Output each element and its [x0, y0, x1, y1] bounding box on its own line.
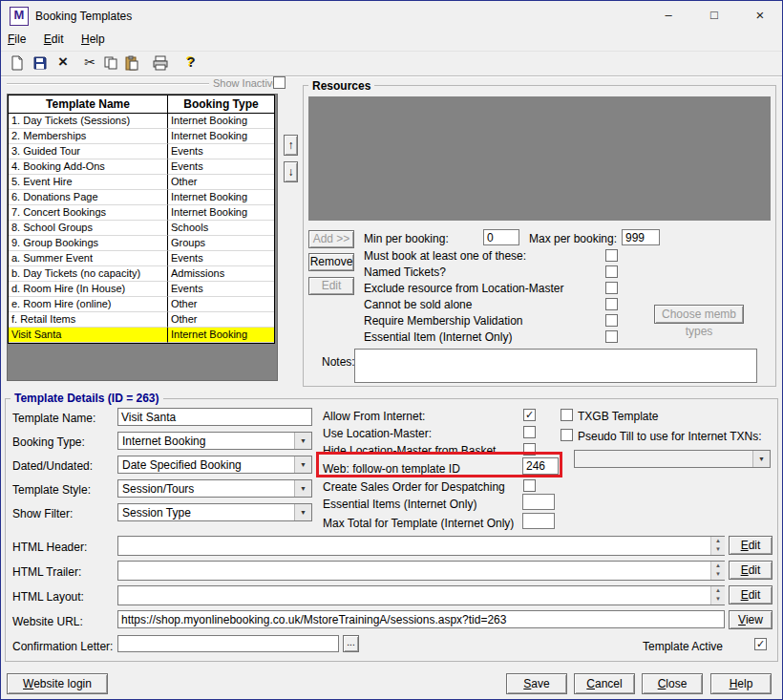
notes-input[interactable]	[354, 349, 757, 383]
template-table-row[interactable]: e. Room Hire (online)Other	[9, 297, 274, 312]
booking-type-select[interactable]: Internet Booking ▼	[117, 432, 312, 450]
resources-list[interactable]	[308, 96, 771, 221]
chevron-down-icon[interactable]: ▼	[294, 433, 311, 449]
cut-button[interactable]: ✂	[79, 53, 100, 73]
delete-button[interactable]: ×	[53, 53, 74, 73]
scroll-down-icon: ▼	[711, 570, 725, 579]
template-table-row[interactable]: 3. Guided TourEvents	[9, 144, 274, 159]
template-table-row[interactable]: a. Summer EventEvents	[9, 251, 274, 266]
show-inactive-divider	[7, 83, 209, 85]
template-active-checkbox[interactable]: ✓	[754, 638, 767, 650]
must-book-checkbox[interactable]	[605, 249, 618, 262]
max-per-booking-input[interactable]: 999	[622, 229, 660, 245]
pseudo-till-select[interactable]: ▼	[574, 450, 771, 468]
website-url-input[interactable]: https://shop.myonlinebooking.co.uk/Mstor…	[117, 610, 725, 628]
template-table-row[interactable]: 4. Booking Add-OnsEvents	[9, 159, 274, 175]
close-footer-button[interactable]: Close	[642, 673, 703, 694]
named-tickets-checkbox[interactable]	[605, 265, 618, 278]
template-name-cell: 6. Donations Page	[9, 190, 168, 205]
confirmation-letter-browse-button[interactable]: ...	[343, 635, 359, 652]
chevron-down-icon[interactable]: ▼	[294, 480, 311, 497]
toolbar-divider	[1, 75, 783, 77]
use-location-master-checkbox[interactable]	[523, 426, 536, 438]
template-table-row[interactable]: 6. Donations PageInternet Booking	[9, 190, 274, 205]
max-total-input[interactable]	[522, 513, 555, 529]
template-table-row[interactable]: b. Day Tickets (no capacity)Admissions	[9, 266, 274, 282]
html-trailer-edit-button[interactable]: Edit	[729, 561, 772, 580]
pseudo-till-label: Pseudo Till to use for Internet TXNs:	[578, 430, 762, 443]
txgb-template-label: TXGB Template	[578, 410, 658, 423]
template-table-row[interactable]: 1. Day Tickets (Sessions)Internet Bookin…	[9, 114, 274, 129]
template-name-input[interactable]: Visit Santa	[117, 408, 312, 426]
allow-from-internet-checkbox[interactable]: ✓	[523, 409, 536, 421]
menu-file[interactable]: File	[1, 30, 32, 49]
add-resource-button[interactable]: Add >>	[308, 230, 354, 248]
save-footer-button[interactable]: Save	[506, 673, 567, 694]
chevron-down-icon[interactable]: ▼	[294, 456, 311, 473]
web-followon-template-input[interactable]: 246	[522, 457, 559, 475]
close-button[interactable]: ×	[738, 1, 782, 30]
template-table-row[interactable]: 9. Group BookingsGroups	[9, 236, 274, 251]
html-layout-scrollbar[interactable]: ▲ ▼	[710, 586, 725, 605]
pseudo-till-checkbox[interactable]	[561, 429, 573, 441]
html-layout-input[interactable]	[117, 585, 725, 605]
menu-help[interactable]: Help	[74, 30, 112, 49]
remove-resource-button[interactable]: Remove	[308, 253, 354, 271]
require-membership-label: Require Membership Validation	[364, 314, 523, 328]
essential-item-checkbox[interactable]	[605, 330, 618, 343]
scroll-up-icon: ▲	[711, 586, 725, 595]
move-up-button[interactable]: ↑	[284, 135, 298, 156]
template-table-row[interactable]: Visit SantaInternet Booking	[9, 328, 274, 343]
minimize-button[interactable]: –	[646, 1, 690, 30]
hide-location-master-checkbox[interactable]	[523, 443, 536, 456]
column-header-template-name[interactable]: Template Name	[9, 95, 168, 113]
cancel-button[interactable]: Cancel	[574, 673, 635, 694]
txgb-template-checkbox[interactable]	[561, 409, 573, 421]
confirmation-letter-input[interactable]	[117, 635, 339, 652]
html-header-input[interactable]	[117, 536, 725, 556]
essential-items-input[interactable]	[522, 494, 555, 510]
html-layout-edit-button[interactable]: Edit	[729, 585, 772, 605]
maximize-button[interactable]: □	[692, 1, 736, 30]
column-header-booking-type[interactable]: Booking Type	[168, 95, 274, 113]
save-button[interactable]	[30, 53, 51, 73]
edit-resource-button[interactable]: Edit	[308, 277, 354, 295]
min-per-booking-input[interactable]: 0	[483, 229, 519, 245]
show-filter-select[interactable]: Session Type ▼	[117, 503, 312, 521]
chevron-down-icon[interactable]: ▼	[752, 451, 770, 467]
exclude-resource-checkbox[interactable]	[605, 282, 618, 294]
cannot-sold-alone-checkbox[interactable]	[605, 298, 618, 310]
template-table-row[interactable]: f. Retail ItemsOther	[9, 312, 274, 328]
html-trailer-scrollbar[interactable]: ▲ ▼	[710, 562, 725, 580]
menu-edit[interactable]: Edit	[37, 30, 71, 49]
booking-type-cell: Internet Booking	[168, 114, 274, 129]
html-trailer-input[interactable]	[117, 561, 725, 581]
dated-undated-select[interactable]: Date Specified Booking ▼	[117, 456, 312, 474]
template-table-row[interactable]: 2. MembershipsInternet Booking	[9, 129, 274, 144]
template-style-select[interactable]: Session/Tours ▼	[117, 479, 312, 498]
copy-button[interactable]	[100, 53, 121, 73]
html-header-scrollbar[interactable]: ▲ ▼	[710, 537, 725, 555]
template-table-row[interactable]: 7. Concert BookingsInternet Booking	[9, 205, 274, 221]
template-table-row[interactable]: d. Room Hire (In House)Events	[9, 282, 274, 297]
help-button[interactable]: ?	[180, 53, 201, 73]
template-table-row[interactable]: 8. School GroupsSchools	[9, 221, 274, 236]
chevron-down-icon[interactable]: ▼	[294, 504, 311, 520]
template-details-title: Template Details (ID = 263)	[11, 392, 163, 405]
confirmation-letter-label: Confirmation Letter:	[12, 640, 113, 653]
website-login-button[interactable]: Website login	[7, 673, 108, 694]
show-inactive-checkbox[interactable]	[273, 76, 286, 89]
new-document-button[interactable]	[7, 53, 28, 73]
print-button[interactable]	[150, 53, 171, 73]
template-table-row[interactable]: 5. Event HireOther	[9, 175, 274, 190]
website-url-view-button[interactable]: View	[729, 610, 772, 629]
choose-memb-types-button[interactable]: Choose memb types	[654, 305, 744, 324]
move-down-button[interactable]: ↓	[284, 161, 298, 182]
help-footer-button[interactable]: Help	[710, 673, 772, 694]
html-header-edit-button[interactable]: Edit	[729, 536, 772, 555]
paste-button[interactable]	[121, 53, 142, 73]
scroll-down-icon: ▼	[711, 595, 725, 604]
booking-type-cell: Internet Booking	[168, 190, 274, 205]
require-membership-checkbox[interactable]	[605, 314, 618, 327]
create-sales-order-checkbox[interactable]	[523, 479, 536, 492]
